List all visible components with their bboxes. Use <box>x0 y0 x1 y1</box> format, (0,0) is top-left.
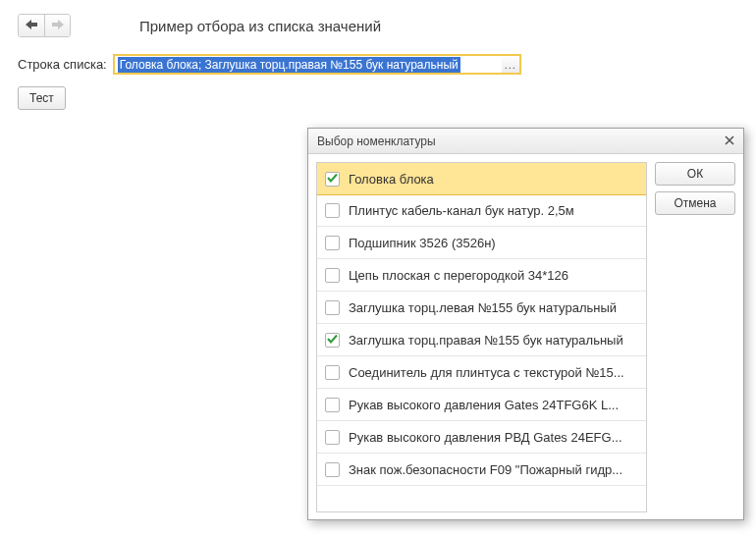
list-string-selection: Головка блока; Заглушка торц.правая №155… <box>118 57 460 73</box>
list-item[interactable]: Рукав высокого давления Gates 24TFG6K L.… <box>317 389 646 421</box>
list-item[interactable]: Знак пож.безопасности F09 "Пожарный гидр… <box>317 454 646 486</box>
checkbox[interactable] <box>325 398 340 412</box>
list-item[interactable]: Заглушка торц.правая №155 бук натуральны… <box>317 324 646 356</box>
list-item-label: Соединитель для плинтуса с текстурой №15… <box>349 365 624 380</box>
dialog-title: Выбор номенклатуры <box>317 134 436 148</box>
test-button[interactable]: Тест <box>18 86 66 110</box>
nav-forward-button[interactable] <box>44 15 70 36</box>
checkbox[interactable] <box>325 268 340 283</box>
list-item-label: Цепь плоская с перегородкой 34*126 <box>349 268 568 283</box>
list-item[interactable]: Заглушка торц.левая №155 бук натуральный <box>317 292 646 324</box>
list-string-input-wrap: Головка блока; Заглушка торц.правая №155… <box>113 54 521 75</box>
checkbox[interactable] <box>325 365 340 380</box>
list-item-label: Плинтус кабель-канал бук натур. 2,5м <box>349 203 574 218</box>
page-title: Пример отбора из списка значений <box>139 18 381 34</box>
nav-buttons <box>18 14 71 37</box>
list-item-label: Подшипник 3526 (3526н) <box>349 236 496 250</box>
check-icon <box>327 172 338 187</box>
list-item-label: Головка блока <box>349 172 434 187</box>
checkbox[interactable] <box>325 203 340 218</box>
list-item-label: Знак пож.безопасности F09 "Пожарный гидр… <box>349 462 622 477</box>
checkbox[interactable] <box>325 300 340 315</box>
list-item[interactable]: Цепь плоская с перегородкой 34*126 <box>317 259 646 292</box>
list-item[interactable]: Плинтус кабель-канал бук натур. 2,5м <box>317 194 646 227</box>
list-item[interactable]: Рукав высокого давления РВД Gates 24EFG.… <box>317 421 646 454</box>
item-list[interactable]: Головка блокаПлинтус кабель-канал бук на… <box>316 162 647 512</box>
arrow-left-icon <box>26 19 37 32</box>
arrow-right-icon <box>52 19 64 32</box>
close-icon <box>725 134 734 148</box>
list-item-label: Заглушка торц.правая №155 бук натуральны… <box>349 333 623 348</box>
dialog-titlebar: Выбор номенклатуры <box>308 129 743 154</box>
cancel-button[interactable]: Отмена <box>655 191 735 215</box>
checkbox[interactable] <box>325 172 340 187</box>
list-item-label: Заглушка торц.левая №155 бук натуральный <box>349 300 617 315</box>
list-item[interactable]: Подшипник 3526 (3526н) <box>317 227 646 259</box>
checkbox[interactable] <box>325 462 340 477</box>
select-dialog: Выбор номенклатуры Головка блокаПлинтус … <box>307 128 744 520</box>
list-item-label: Рукав высокого давления РВД Gates 24EFG.… <box>349 430 622 445</box>
ok-button[interactable]: ОК <box>655 162 735 186</box>
checkbox[interactable] <box>325 430 340 445</box>
list-item[interactable]: Головка блока <box>316 162 647 195</box>
ok-button-label: ОК <box>687 167 703 181</box>
picker-button[interactable]: ... <box>502 56 519 73</box>
checkbox[interactable] <box>325 333 340 348</box>
list-item-label: Рукав высокого давления Gates 24TFG6K L.… <box>349 398 619 412</box>
cancel-button-label: Отмена <box>674 196 716 210</box>
ellipsis-icon: ... <box>505 59 516 71</box>
check-icon <box>327 333 338 348</box>
field-label: Строка списка: <box>18 57 107 72</box>
list-item[interactable]: Соединитель для плинтуса с текстурой №15… <box>317 356 646 389</box>
nav-back-button[interactable] <box>19 15 44 36</box>
checkbox[interactable] <box>325 236 340 250</box>
test-button-label: Тест <box>29 91 54 105</box>
list-string-input[interactable]: Головка блока; Заглушка торц.правая №155… <box>115 56 502 73</box>
dialog-close-button[interactable] <box>722 134 737 149</box>
